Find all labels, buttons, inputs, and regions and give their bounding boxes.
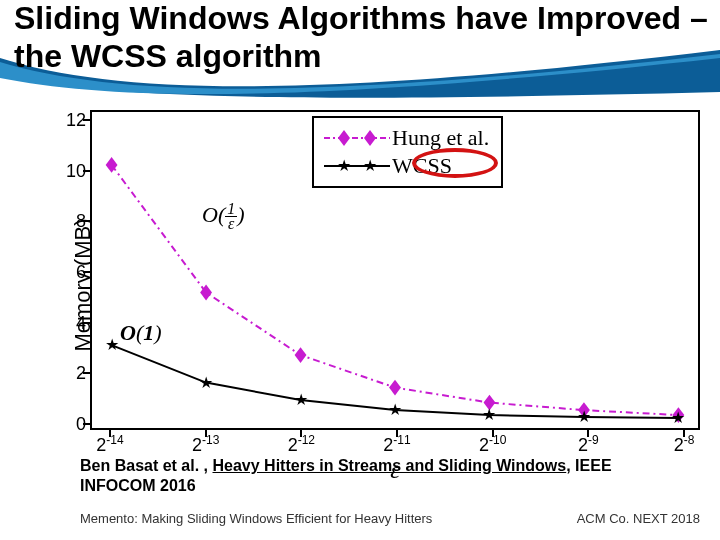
ytick: 10 bbox=[52, 160, 86, 181]
ytick: 12 bbox=[52, 110, 86, 131]
page-title: Sliding Windows Algorithms have Improved… bbox=[14, 0, 710, 76]
citation: Ben Basat et al. , Heavy Hitters in Stre… bbox=[80, 456, 640, 496]
legend-label-hung: Hung et al. bbox=[392, 125, 489, 151]
footer-left: Memento: Making Sliding Windows Efficien… bbox=[80, 511, 432, 526]
legend-marker-wcss: ★★ bbox=[322, 156, 392, 176]
slide: Sliding Windows Algorithms have Improved… bbox=[0, 0, 720, 540]
ytick: 4 bbox=[52, 312, 86, 333]
ytick: 0 bbox=[52, 414, 86, 435]
citation-pre: Ben Basat et al. , bbox=[80, 457, 213, 474]
wcss-highlight-circle bbox=[412, 148, 498, 178]
svg-text:★: ★ bbox=[388, 401, 402, 418]
chart: Memory (MB) ★★★★★★★ Hung et al. ★★ WCSS bbox=[20, 100, 700, 470]
title-area: Sliding Windows Algorithms have Improved… bbox=[0, 0, 720, 100]
ytick: 2 bbox=[52, 363, 86, 384]
legend-marker-hung bbox=[322, 128, 392, 148]
footer-right: ACM Co. NEXT 2018 bbox=[577, 511, 700, 526]
ytick: 8 bbox=[52, 211, 86, 232]
svg-text:★: ★ bbox=[199, 374, 213, 391]
annotation-o-1-over-eps: O(1ε) bbox=[202, 202, 245, 232]
ytick: 6 bbox=[52, 262, 86, 283]
plot-area: ★★★★★★★ Hung et al. ★★ WCSS O(1ε) O(1) bbox=[90, 110, 700, 430]
svg-text:★: ★ bbox=[105, 336, 119, 353]
svg-text:★: ★ bbox=[294, 391, 308, 408]
svg-text:★: ★ bbox=[671, 409, 685, 426]
citation-link[interactable]: Heavy Hitters in Streams and Sliding Win… bbox=[213, 457, 567, 474]
annotation-o-1: O(1) bbox=[120, 320, 162, 346]
svg-text:★: ★ bbox=[577, 408, 591, 425]
svg-text:★: ★ bbox=[482, 406, 496, 423]
svg-text:★: ★ bbox=[337, 157, 351, 174]
svg-text:★: ★ bbox=[363, 157, 377, 174]
footer: Memento: Making Sliding Windows Efficien… bbox=[80, 511, 700, 526]
